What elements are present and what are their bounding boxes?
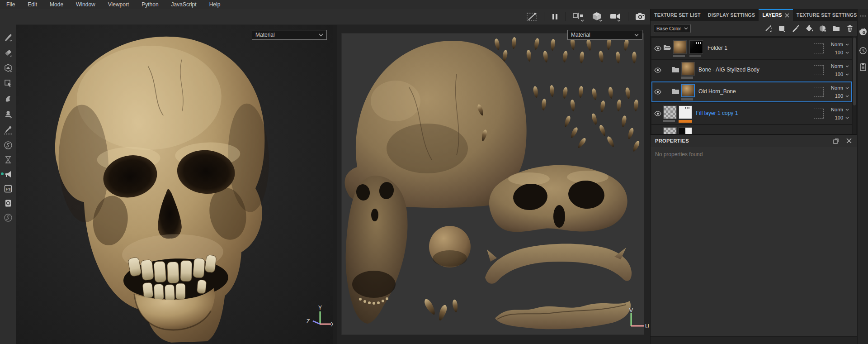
menu-python[interactable]: Python — [135, 0, 165, 9]
layers-scrollbar[interactable] — [853, 36, 856, 134]
layer-content-thumbnail[interactable] — [681, 84, 695, 97]
history-icon[interactable] — [859, 46, 868, 55]
split-view-mode-icon[interactable] — [572, 11, 585, 22]
photoshop-export-icon[interactable]: Ps — [3, 183, 14, 194]
chevron-down-icon — [634, 33, 639, 37]
visibility-eye-icon[interactable] — [654, 45, 661, 52]
opacity-value: 100 — [835, 50, 843, 55]
camera-mode-icon[interactable] — [609, 11, 622, 22]
layer-row-fill-layer[interactable]: Fill layer 1 copy 1 Norm 100 — [651, 103, 852, 124]
log-icon[interactable] — [859, 62, 868, 72]
axis-gizmo-3d[interactable]: Y X Z — [302, 304, 334, 335]
substance-share-icon[interactable] — [3, 212, 14, 223]
menu-edit[interactable]: Edit — [21, 0, 43, 9]
opacity-select[interactable]: 100 — [816, 114, 849, 122]
dock-grip[interactable] — [860, 15, 866, 17]
tab-display-settings[interactable]: DISPLAY SETTINGS — [704, 9, 759, 21]
layer-mask-thumbnail[interactable] — [689, 40, 703, 54]
layer-mask-thumbnail[interactable] — [679, 127, 692, 134]
resources-icon[interactable] — [3, 198, 14, 209]
add-paint-layer-icon[interactable] — [792, 24, 800, 33]
viewport-divider[interactable] — [333, 25, 337, 344]
add-smart-material-icon[interactable] — [778, 24, 786, 33]
toolbar-grip[interactable] — [4, 133, 12, 135]
tab-label: LAYERS — [762, 9, 782, 21]
layers-panel: TEXTURE SET LIST DISPLAY SETTINGS LAYERS… — [650, 9, 857, 344]
projection-tool-icon[interactable] — [3, 62, 14, 73]
notifications-icon[interactable] — [3, 169, 14, 180]
screenshot-icon[interactable] — [635, 12, 646, 22]
pending-tasks-icon[interactable] — [3, 154, 14, 165]
add-smart-mask-icon[interactable] — [819, 24, 827, 33]
uv-islands — [341, 33, 644, 335]
visibility-eye-icon[interactable] — [654, 88, 661, 96]
paint-tool-icon[interactable] — [3, 32, 14, 43]
channel-indicator — [663, 120, 675, 122]
layers-list: Folder 1 Norm 100 Bone - AIG Stylized Bo… — [651, 36, 857, 134]
delete-layer-icon[interactable] — [846, 24, 854, 33]
opacity-select[interactable]: 100 — [816, 48, 849, 57]
layer-row-partial[interactable] — [651, 125, 852, 134]
eraser-tool-icon[interactable] — [3, 47, 14, 58]
menu-javascript[interactable]: JavaScript — [165, 0, 203, 9]
tab-texture-set-list[interactable]: TEXTURE SET LIST — [651, 9, 704, 21]
layer-content-thumbnail[interactable] — [663, 127, 677, 134]
folder-icon[interactable] — [671, 66, 679, 73]
axis-y-label: Y — [318, 305, 322, 311]
smudge-tool-icon[interactable] — [3, 93, 14, 104]
menu-mode[interactable]: Mode — [43, 0, 70, 9]
chevron-down-icon — [845, 73, 849, 76]
menu-window[interactable]: Window — [70, 0, 102, 9]
display-settings-icon[interactable] — [859, 27, 868, 36]
substance-assets-icon[interactable] — [3, 140, 14, 151]
folder-open-icon[interactable] — [663, 44, 671, 51]
opacity-select[interactable]: 100 — [816, 92, 849, 100]
symmetry-disabled-icon[interactable] — [526, 11, 538, 22]
layer-name: Old Horn_Bone — [698, 88, 736, 95]
layer-row-bone-aig[interactable]: Bone - AIG Stylized Body Norm 100 — [651, 60, 852, 81]
pause-engine-icon[interactable] — [551, 13, 559, 21]
layer-mask-thumbnail[interactable] — [679, 105, 692, 119]
viewport-3d[interactable]: Material Y X Z — [16, 25, 333, 344]
add-effect-icon[interactable] — [764, 24, 773, 33]
blend-mode-value: Norm — [831, 42, 843, 47]
properties-body: No properties found — [651, 147, 857, 337]
chevron-down-icon — [684, 27, 688, 30]
menu-bar: File Edit Mode Window Viewport Python Ja… — [0, 0, 868, 10]
viewport-2d[interactable]: Material V U — [337, 25, 650, 344]
tab-texture-set-settings[interactable]: TEXTURE SET SETTINGS — [793, 9, 861, 21]
chevron-down-icon — [845, 95, 849, 97]
add-fill-layer-icon[interactable] — [805, 24, 813, 33]
visibility-eye-icon[interactable] — [654, 67, 661, 74]
material-mode-select-3d[interactable]: Material — [252, 30, 327, 40]
undock-icon[interactable] — [833, 138, 839, 144]
polygon-fill-tool-icon[interactable] — [3, 78, 14, 89]
panel-tab-bar: TEXTURE SET LIST DISPLAY SETTINGS LAYERS… — [651, 9, 857, 21]
layer-row-old-horn-bone[interactable]: Old Horn_Bone Norm 100 — [651, 81, 852, 102]
blend-mode-select[interactable]: Norm — [816, 84, 849, 92]
add-folder-icon[interactable] — [832, 24, 840, 33]
blend-mode-select[interactable]: Norm — [816, 40, 849, 48]
layer-content-thumbnail[interactable] — [681, 62, 695, 76]
visibility-eye-icon[interactable] — [654, 110, 661, 117]
menu-viewport[interactable]: Viewport — [102, 0, 135, 9]
blend-mode-select[interactable]: Norm — [816, 105, 849, 114]
layer-content-thumbnail[interactable] — [663, 105, 677, 119]
layer-content-thumbnail[interactable] — [673, 40, 687, 54]
layer-row-folder-1[interactable]: Folder 1 Norm 100 — [651, 38, 852, 59]
close-icon[interactable] — [846, 138, 852, 143]
uv-canvas[interactable] — [341, 33, 644, 335]
clone-tool-icon[interactable] — [3, 109, 14, 119]
menu-help[interactable]: Help — [203, 0, 227, 9]
blend-mode-select[interactable]: Norm — [816, 62, 849, 70]
opacity-select[interactable]: 100 — [816, 70, 849, 78]
channel-select[interactable]: Base Color — [654, 24, 691, 33]
projection-mode-icon[interactable] — [591, 11, 604, 22]
material-mode-select-2d[interactable]: Material — [567, 30, 642, 40]
channel-indicator — [681, 76, 693, 79]
folder-icon[interactable] — [671, 88, 679, 95]
menu-file[interactable]: File — [0, 0, 21, 9]
tab-layers[interactable]: LAYERS — [759, 9, 793, 21]
close-icon[interactable] — [785, 13, 789, 18]
tool-sidebar: Ps — [0, 9, 17, 344]
